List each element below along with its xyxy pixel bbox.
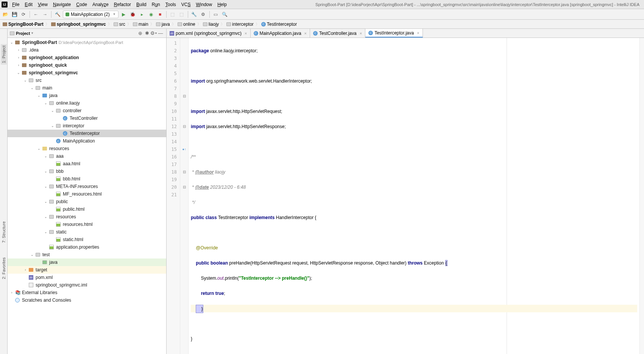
bc-online[interactable]: online [176, 21, 196, 27]
tree-controller-pkg[interactable]: ⌄controller [8, 107, 166, 114]
tree-public[interactable]: ⌄public [8, 198, 166, 205]
tree-testcontroller[interactable]: CTestController [8, 114, 166, 122]
menu-build[interactable]: Build [134, 1, 149, 8]
bc-interceptor[interactable]: interceptor [225, 21, 255, 27]
tree-aaa[interactable]: ⌄aaa [8, 152, 166, 160]
tree-iml[interactable]: springboot_springmvc.iml [8, 281, 166, 289]
bc-src[interactable]: src [112, 21, 126, 27]
tree-resources[interactable]: ⌄resources [8, 145, 166, 152]
tree-main[interactable]: ⌄main [8, 84, 166, 92]
tree-target[interactable]: ›target [8, 266, 166, 274]
tree-testinterceptor[interactable]: CTestInterceptor [8, 130, 166, 137]
tree-pom[interactable]: mpom.xml [8, 274, 166, 281]
tab-testcontroller[interactable]: CTestController.java× [310, 29, 365, 38]
gear-icon[interactable]: ⚙▼ [150, 30, 157, 37]
tree-aaa-html[interactable]: aaa.html [8, 160, 166, 168]
tree-bbb[interactable]: ⌄bbb [8, 168, 166, 175]
tree-static-html[interactable]: static.html [8, 236, 166, 243]
tree-mod1[interactable]: ›springboot_application [8, 54, 166, 61]
tree-metainf[interactable]: ⌄META-INF.resources [8, 183, 166, 190]
project-tree[interactable]: ⌄SpringBoot-PartD:\ideaPorject\Apr\Sprin… [8, 38, 166, 354]
tree-java[interactable]: ⌄java [8, 92, 166, 99]
code-editor[interactable]: package online.liaojy.interceptor; impor… [189, 38, 639, 354]
tree-interceptor-pkg[interactable]: ⌄interceptor [8, 122, 166, 130]
project-header-label[interactable]: Project [16, 31, 30, 36]
menu-run[interactable]: Run [150, 1, 162, 8]
bc-main[interactable]: main [132, 21, 150, 27]
debug-icon[interactable]: 🐞 [129, 11, 137, 18]
close-icon[interactable]: × [245, 31, 247, 36]
sdk-icon[interactable]: ⚙ [200, 11, 207, 18]
build-icon[interactable]: 🔨 [54, 11, 61, 18]
error-stripe[interactable] [639, 38, 644, 354]
run-icon[interactable]: ▶ [120, 11, 128, 18]
tree-test-java[interactable]: java [8, 258, 166, 266]
bc-module[interactable]: springboot_springmvc [50, 21, 107, 27]
tree-mf-html[interactable]: MF_resources.html [8, 190, 166, 198]
tree-idea[interactable]: ›.idea [8, 46, 166, 54]
bc-class[interactable]: CTestInterceptor [260, 21, 298, 27]
menu-vcs[interactable]: VCS [179, 1, 193, 8]
menu-edit[interactable]: Edit [22, 1, 35, 8]
tree-appprops[interactable]: application.properties [8, 243, 166, 251]
save-icon[interactable]: 💾 [11, 11, 18, 18]
tab-pom[interactable]: mpom.xml (springboot_springmvc)× [167, 29, 251, 38]
menu-help[interactable]: Help [215, 1, 229, 8]
tree-test[interactable]: ⌄test [8, 251, 166, 258]
menu-analyze[interactable]: Analyze [90, 1, 111, 8]
menu-refactor[interactable]: Refactor [112, 1, 133, 8]
profile-icon[interactable]: ◉ [147, 11, 155, 18]
open-icon[interactable]: 📂 [2, 11, 9, 18]
tab-mainapplication[interactable]: CMainApplication.java× [251, 29, 310, 38]
tree-scratch[interactable]: Scratches and Consoles [8, 296, 166, 304]
menu-window[interactable]: Window [193, 1, 214, 8]
close-icon[interactable]: × [417, 31, 419, 35]
app-icon: IJ [2, 2, 8, 8]
tree-mod3[interactable]: ⌄springboot_springmvc [8, 69, 166, 77]
spring-icon [65, 13, 69, 16]
editor-gutter[interactable]: ⊟ ⊟ ●↑ ⊟⊟ [180, 38, 189, 354]
close-icon[interactable]: × [360, 31, 362, 36]
update-icon[interactable]: ⬚ [169, 11, 176, 18]
sidebar-tab-project[interactable]: 1: Project [1, 44, 7, 64]
tree-res-html[interactable]: resources.html [8, 221, 166, 228]
tree-mainapplication[interactable]: CMainApplication [8, 137, 166, 145]
expand-icon[interactable]: ✱ [143, 30, 150, 37]
tree-mod2[interactable]: ›springboot_quick [8, 61, 166, 69]
menu-tools[interactable]: Tools [163, 1, 178, 8]
forward-icon[interactable]: → [41, 11, 49, 18]
bc-java[interactable]: java [155, 21, 171, 27]
back-icon[interactable]: ← [32, 11, 40, 18]
tree-static[interactable]: ⌄static [8, 228, 166, 236]
tree-res2[interactable]: ⌄resources [8, 213, 166, 221]
tree-src[interactable]: ⌄src [8, 77, 166, 84]
search-icon[interactable]: 🔍 [221, 11, 229, 18]
tree-extlib[interactable]: ›📚External Libraries [8, 289, 166, 296]
tab-testinterceptor[interactable]: CTestInterceptor.java× [365, 29, 423, 38]
override-icon[interactable]: ●↑ [180, 146, 188, 153]
tree-bbb-html[interactable]: bbb.html [8, 175, 166, 183]
close-icon[interactable]: × [304, 31, 307, 36]
avd-icon[interactable]: 🔧 [190, 11, 198, 18]
menu-navigate[interactable]: Navigate [51, 1, 73, 8]
bc-liaojy[interactable]: liaojy [202, 21, 220, 27]
locate-icon[interactable]: ⊕ [137, 30, 143, 37]
sidebar-tab-favorites[interactable]: 2: Favorites [1, 256, 7, 280]
rollback-icon[interactable]: ⬚ [178, 11, 186, 18]
sync-icon[interactable]: ⟳ [20, 11, 27, 18]
left-tool-gutter: 1: Project 7: Structure 2: Favorites [0, 29, 8, 354]
menu-file[interactable]: File [10, 1, 22, 8]
tree-root[interactable]: ⌄SpringBoot-PartD:\ideaPorject\Apr\Sprin… [8, 39, 166, 46]
bc-root[interactable]: SpringBoot-Part [2, 21, 45, 27]
coverage-icon[interactable]: ▸ [138, 11, 146, 18]
title-bar: IJ File Edit View Navigate Code Analyze … [0, 0, 644, 9]
ide-icon[interactable]: ▭ [212, 11, 220, 18]
tree-pkg[interactable]: ⌄online.liaojy [8, 99, 166, 107]
stop-icon[interactable]: ■ [156, 11, 164, 18]
run-config-selector[interactable]: MainApplication (2) ▼ [63, 11, 119, 18]
menu-view[interactable]: View [36, 1, 50, 8]
menu-code[interactable]: Code [74, 1, 89, 8]
sidebar-tab-structure[interactable]: 7: Structure [1, 220, 7, 244]
hide-icon[interactable]: — [157, 30, 164, 37]
tree-public-html[interactable]: public.html [8, 205, 166, 213]
